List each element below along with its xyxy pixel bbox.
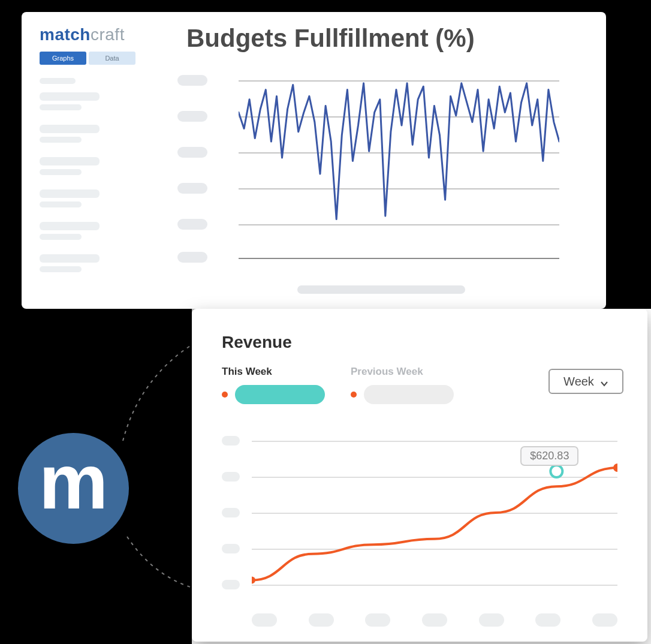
- legend-this-week-label: This Week: [222, 366, 325, 378]
- brand-badge: m: [18, 433, 129, 544]
- tab-graphs[interactable]: Graphs: [40, 52, 86, 65]
- revenue-tooltip-value: $620.83: [530, 450, 569, 462]
- svg-point-1: [613, 464, 617, 472]
- brand-logo: matchcraft: [40, 25, 125, 44]
- legend-dot-icon: [351, 392, 357, 398]
- budgets-chart-title: Budgets Fullfillment (%): [186, 24, 475, 53]
- brand-badge-letter: m: [39, 443, 108, 520]
- budgets-line-icon: [239, 72, 559, 252]
- revenue-card: Revenue This Week Previous Week Week: [192, 309, 647, 642]
- legend-previous-week-pill: [364, 385, 454, 404]
- revenue-chart: $620.83: [222, 435, 617, 603]
- time-range-label: Week: [563, 375, 594, 389]
- tab-data[interactable]: Data: [89, 52, 135, 65]
- legend-this-week-pill: [235, 385, 325, 404]
- brand-part1: match: [40, 25, 91, 44]
- sidebar-skeleton: [40, 78, 129, 281]
- svg-point-0: [252, 577, 255, 584]
- svg-point-2: [550, 465, 562, 477]
- budgets-xaxis-skeleton: [297, 285, 465, 294]
- revenue-tooltip: $620.83: [520, 446, 578, 466]
- legend-previous-week-label: Previous Week: [351, 366, 454, 378]
- revenue-xaxis-skeleton: [252, 613, 617, 627]
- brand-part2: craft: [91, 25, 125, 44]
- view-tabs: Graphs Data: [40, 52, 135, 65]
- budgets-card: matchcraft Graphs Data Budgets Fullfillm…: [22, 12, 606, 309]
- budgets-chart: [177, 72, 561, 270]
- chevron-down-icon: [600, 377, 608, 386]
- legend-dot-icon: [222, 392, 228, 398]
- legend-this-week: This Week: [222, 366, 325, 404]
- legend-previous-week: Previous Week: [351, 366, 454, 404]
- time-range-dropdown[interactable]: Week: [548, 369, 623, 394]
- revenue-chart-title: Revenue: [222, 333, 292, 352]
